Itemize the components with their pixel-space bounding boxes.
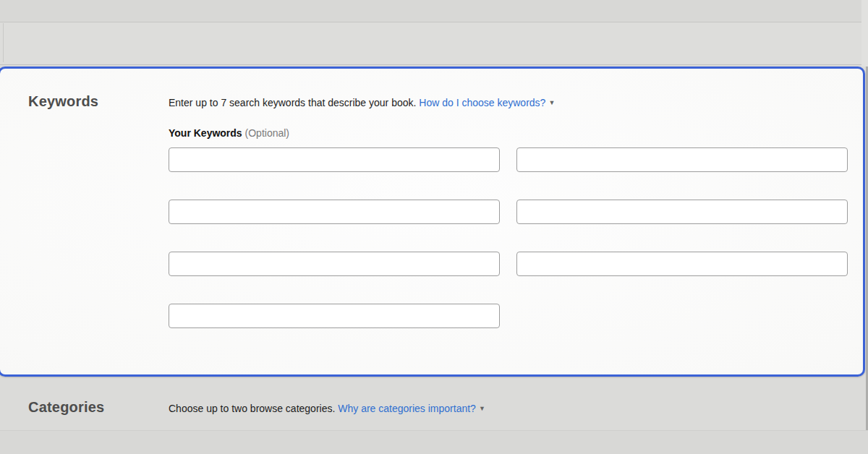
- keywords-description-line: Enter up to 7 search keywords that descr…: [169, 95, 863, 110]
- keyword-inputs-grid: [169, 147, 863, 328]
- caret-down-icon[interactable]: ▼: [479, 401, 485, 416]
- categories-content-column: Choose up to two browse categories. Why …: [169, 379, 866, 416]
- keyword-input-1[interactable]: [169, 147, 500, 172]
- keyword-input-5[interactable]: [169, 252, 500, 276]
- categories-description-line: Choose up to two browse categories. Why …: [169, 401, 866, 416]
- keywords-description: Enter up to 7 search keywords that descr…: [169, 97, 416, 108]
- keywords-content-column: Enter up to 7 search keywords that descr…: [169, 69, 863, 374]
- categories-section: Categories Choose up to two browse categ…: [0, 379, 866, 416]
- categories-description: Choose up to two browse categories.: [169, 403, 335, 414]
- keywords-label-column: Keywords: [0, 69, 169, 374]
- categories-section-heading: Categories: [28, 399, 169, 416]
- your-keywords-label-line: Your Keywords (Optional): [169, 126, 863, 140]
- keyword-input-7[interactable]: [169, 304, 500, 328]
- caret-down-icon[interactable]: ▼: [548, 95, 555, 110]
- right-edge-light-sliver: [861, 0, 868, 67]
- keyword-input-3[interactable]: [169, 200, 500, 224]
- keywords-help-link[interactable]: How do I choose keywords?: [419, 97, 545, 108]
- keywords-section-heading: Keywords: [28, 93, 169, 110]
- optional-label: (Optional): [245, 127, 289, 139]
- bottom-band: [0, 431, 868, 454]
- categories-label-column: Categories: [0, 379, 169, 416]
- window-top-band: [0, 0, 868, 22]
- your-keywords-label: Your Keywords: [169, 127, 242, 139]
- left-edge-divider: [3, 23, 4, 62]
- keyword-input-4[interactable]: [516, 200, 848, 224]
- keyword-input-6[interactable]: [516, 252, 848, 276]
- page-gap-band: [0, 23, 868, 64]
- categories-help-link[interactable]: Why are categories important?: [338, 403, 476, 414]
- keyword-input-2[interactable]: [516, 147, 848, 172]
- section-divider-line: [0, 64, 868, 65]
- keywords-section-panel: Keywords Enter up to 7 search keywords t…: [0, 67, 865, 377]
